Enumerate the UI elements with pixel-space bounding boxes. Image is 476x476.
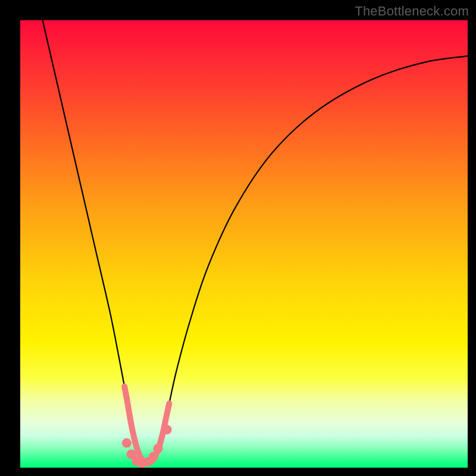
attribution-label: TheBottleneck.com: [355, 4, 469, 19]
bottleneck-curve: [43, 20, 468, 464]
highlight-markers: [122, 425, 172, 468]
marker-dot: [154, 444, 163, 453]
outer-frame: TheBottleneck.com: [0, 0, 476, 476]
curve-layer: [20, 20, 468, 468]
marker-dot: [149, 452, 158, 461]
marker-dot: [122, 439, 131, 448]
plot-area: [20, 20, 468, 468]
marker-dot: [162, 425, 172, 434]
